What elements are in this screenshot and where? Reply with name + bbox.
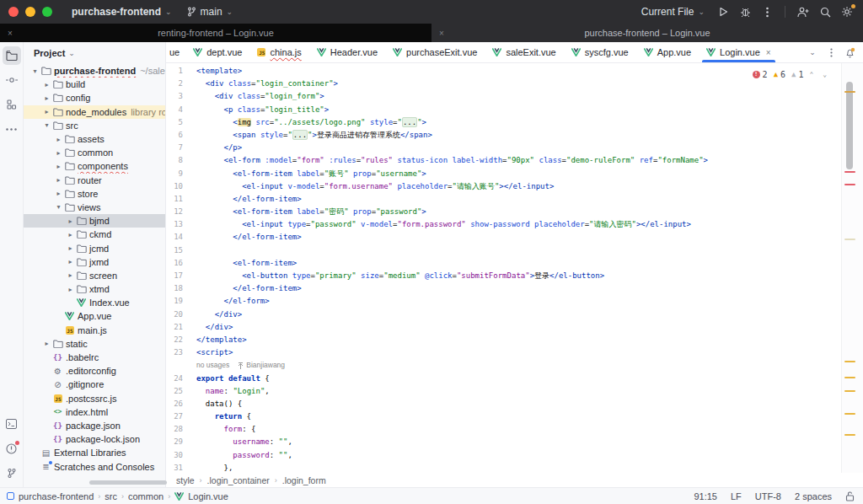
code-line[interactable]: 14 </el-form-item> <box>166 231 841 244</box>
line-number[interactable]: 15 <box>166 244 196 257</box>
tree-chevron-icon[interactable]: ▸ <box>42 94 51 102</box>
status-path-item[interactable]: src <box>105 491 117 501</box>
project-switcher[interactable]: purchase-frontend ⌄ <box>64 3 180 21</box>
more-actions-button[interactable] <box>756 3 778 21</box>
code-line[interactable]: 13 <el-input type="password" v-model="fo… <box>166 218 841 231</box>
code-line[interactable]: 6 <span style="...">登录商品进销存管理系统</span> <box>166 129 841 142</box>
line-number[interactable]: 22 <box>166 334 196 346</box>
settings-button[interactable] <box>836 3 858 21</box>
code-line[interactable]: 31 }, <box>166 462 841 473</box>
line-number[interactable]: 5 <box>166 116 196 129</box>
unlock-icon[interactable] <box>845 491 855 501</box>
line-number[interactable]: 9 <box>166 168 196 180</box>
line-number[interactable]: 6 <box>166 129 196 142</box>
more-tool-windows-button[interactable] <box>3 120 21 138</box>
tree-chevron-icon[interactable]: ▸ <box>54 176 63 184</box>
inspection-nav-arrows[interactable]: ⌃ ⌄ <box>810 68 829 81</box>
inlay-hint-row[interactable]: no usagesBianjiawang <box>166 359 841 372</box>
branch-switcher[interactable]: main ⌄ <box>180 3 241 21</box>
minimize-window-button[interactable] <box>25 7 35 17</box>
file-encoding[interactable]: UTF-8 <box>755 491 781 501</box>
tree-chevron-icon[interactable]: ▾ <box>30 67 40 75</box>
editor-tab-app-vue[interactable]: App.vue <box>636 42 699 62</box>
line-number[interactable]: 29 <box>166 436 196 448</box>
tree-chevron-icon[interactable]: ▸ <box>66 286 75 293</box>
project-tool-window-button[interactable] <box>3 46 21 65</box>
zoom-window-button[interactable] <box>42 7 52 17</box>
line-number[interactable]: 19 <box>166 295 196 308</box>
caret-position[interactable]: 91:15 <box>694 491 717 501</box>
editor-tab-header-vue[interactable]: Header.vue <box>309 42 385 62</box>
close-icon[interactable]: × <box>8 29 13 38</box>
editor[interactable]: 1<template>2 <div class="login_container… <box>166 63 863 473</box>
breadcrumb-item[interactable]: .login_form <box>282 475 326 485</box>
code-line[interactable]: 1<template> <box>166 65 841 78</box>
tree-chevron-icon[interactable]: ▸ <box>66 244 75 252</box>
line-number[interactable]: 30 <box>166 449 196 462</box>
editor-tab-china-js[interactable]: JSchina.js <box>249 42 308 62</box>
project-panel-header[interactable]: Project ⌄ <box>24 42 165 64</box>
close-icon[interactable]: × <box>439 29 444 38</box>
tree-item-bjmd[interactable]: ▸bjmd <box>24 214 165 228</box>
editor-tab-purchaseexit-vue[interactable]: purchaseExit.vue <box>385 42 485 62</box>
line-number[interactable]: 7 <box>166 142 196 154</box>
line-separator[interactable]: LF <box>731 491 742 501</box>
line-number[interactable]: 28 <box>166 423 196 436</box>
git-tool-window-button[interactable] <box>3 464 21 482</box>
status-path-item[interactable]: common <box>128 491 163 501</box>
line-number[interactable]: 24 <box>166 373 196 385</box>
tree-item-ckmd[interactable]: ▸ckmd <box>24 228 165 241</box>
line-number[interactable]: 31 <box>166 462 196 473</box>
line-number[interactable]: 13 <box>166 218 196 231</box>
tree-item--gitignore[interactable]: ⊘.gitignore <box>24 378 165 391</box>
code-line[interactable]: 19 </el-form> <box>166 295 841 308</box>
code-line[interactable]: 4 <p class="login_title"> <box>166 104 841 116</box>
tree-chevron-icon[interactable]: ▾ <box>42 121 51 129</box>
breadcrumb-item[interactable]: style <box>176 475 195 485</box>
code-line[interactable]: 29 username: "", <box>166 436 841 448</box>
tree-item-xtmd[interactable]: ▸xtmd <box>24 282 165 296</box>
line-number[interactable]: 12 <box>166 206 196 218</box>
code-line[interactable]: 12 <el-form-item label="密码" prop="passwo… <box>166 206 841 218</box>
tree-item-screen[interactable]: ▸screen <box>24 269 165 282</box>
tree-chevron-icon[interactable]: ▸ <box>42 108 51 115</box>
code-line[interactable]: 15 <box>166 244 841 257</box>
problems-tool-window-button[interactable] <box>3 439 21 458</box>
usages-hint[interactable]: no usages <box>196 359 229 372</box>
tree-chevron-icon[interactable]: ▸ <box>42 340 51 347</box>
code-line[interactable]: 23<script> <box>166 346 841 359</box>
inlay-hint[interactable]: no usagesBianjiawang <box>196 359 285 372</box>
tree-horizontal-scrollbar[interactable] <box>89 480 167 485</box>
line-number[interactable] <box>166 359 196 372</box>
line-number[interactable]: 25 <box>166 385 196 398</box>
tree-item-external-libraries[interactable]: ▤External Libraries <box>24 446 165 459</box>
code-line[interactable]: 17 <el-button type="primary" size="mediu… <box>166 270 841 282</box>
line-number[interactable]: 8 <box>166 154 196 167</box>
tree-item-package-lock-json[interactable]: {}package-lock.json <box>24 432 165 446</box>
tree-item-jcmd[interactable]: ▸jcmd <box>24 241 165 255</box>
code-line[interactable]: 28 form: { <box>166 423 841 436</box>
line-number[interactable]: 23 <box>166 346 196 359</box>
inspections-widget[interactable]: !2 ▲6 ▲1 ⌃ ⌄ <box>749 67 833 82</box>
code-line[interactable]: 22</template> <box>166 334 841 346</box>
tree-item--editorconfig[interactable]: ⚙.editorconfig <box>24 364 165 378</box>
debug-button[interactable] <box>734 3 756 21</box>
tree-chevron-icon[interactable]: ▸ <box>54 136 63 143</box>
tree-item-app-vue[interactable]: App.vue <box>24 309 165 323</box>
tree-chevron-icon[interactable]: ▸ <box>42 81 51 88</box>
status-path-item[interactable]: Login.vue <box>188 491 228 501</box>
line-number[interactable]: 21 <box>166 321 196 334</box>
tree-chevron-icon[interactable]: ▸ <box>66 231 75 239</box>
tree-item-components[interactable]: ▸components <box>24 159 165 173</box>
line-number[interactable]: 20 <box>166 308 196 321</box>
line-number[interactable]: 27 <box>166 410 196 423</box>
editor-tab-saleexit-vue[interactable]: saleExit.vue <box>485 42 563 62</box>
line-number[interactable]: 4 <box>166 104 196 116</box>
structure-tool-window-button[interactable] <box>3 95 21 114</box>
code-area[interactable]: 1<template>2 <div class="login_container… <box>166 63 841 473</box>
editor-scrollbar-thumb[interactable] <box>846 82 853 169</box>
editor-tab-login-vue[interactable]: Login.vue× <box>699 42 779 62</box>
error-count[interactable]: !2 <box>753 68 768 81</box>
code-line[interactable]: 25 name: "Login", <box>166 385 841 398</box>
code-line[interactable]: 27 return { <box>166 410 841 423</box>
